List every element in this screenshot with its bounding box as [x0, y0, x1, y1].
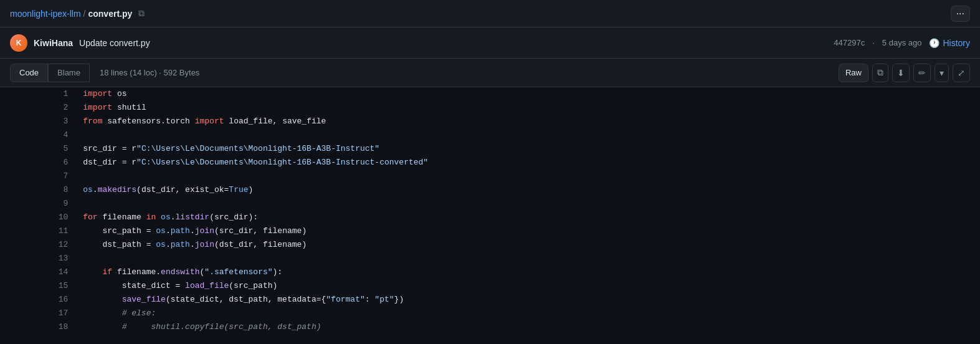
copy-raw-button[interactable]: ⧉ [872, 64, 888, 82]
blame-tab[interactable]: Blame [48, 64, 90, 82]
commit-message: Update convert.py [79, 38, 150, 48]
table-row: 13 [0, 252, 980, 265]
line-code: from safetensors.torch import load_file,… [78, 115, 980, 128]
download-button[interactable]: ⬇ [892, 64, 910, 82]
line-number: 11 [0, 224, 78, 238]
line-number: 10 [0, 211, 78, 224]
expand-button[interactable]: ⤢ [953, 64, 970, 82]
table-row: 2import shutil [0, 101, 980, 115]
table-row: 8os.makedirs(dst_dir, exist_ok=True) [0, 183, 980, 197]
table-row: 1import os [0, 87, 980, 101]
commit-bar: K KiwiHana Update convert.py 447297c · 5… [0, 27, 980, 59]
line-code [78, 128, 980, 142]
repo-link[interactable]: moonlight-ipex-llm [10, 9, 81, 19]
line-code: # else: [78, 307, 980, 320]
line-code: # shutil.copyfile(src_path, dst_path) [78, 320, 980, 334]
line-code: if filename.endswith(".safetensors"): [78, 265, 980, 279]
line-number: 18 [0, 320, 78, 334]
table-row: 18 # shutil.copyfile(src_path, dst_path) [0, 320, 980, 334]
line-number: 7 [0, 170, 78, 183]
commit-hash[interactable]: 447297c [834, 38, 865, 47]
clock-icon: 🕐 [929, 38, 940, 48]
line-number: 5 [0, 142, 78, 156]
commit-time-ago: 5 days ago [882, 38, 922, 47]
line-code [78, 197, 980, 211]
line-number: 13 [0, 252, 78, 265]
file-meta: 18 lines (14 loc) · 592 Bytes [100, 68, 199, 77]
line-code [78, 252, 980, 265]
file-toolbar-right: Raw ⧉ ⬇ ✏ ▾ ⤢ [839, 64, 970, 82]
code-area: 1import os2import shutil3from safetensor… [0, 87, 980, 334]
history-label: History [943, 38, 970, 48]
file-toolbar-left: Code Blame 18 lines (14 loc) · 592 Bytes [10, 64, 199, 82]
table-row: 12 dst_path = os.path.join(dst_dir, file… [0, 238, 980, 252]
table-row: 17 # else: [0, 307, 980, 320]
line-number: 2 [0, 101, 78, 115]
line-number: 3 [0, 115, 78, 128]
history-button[interactable]: 🕐 History [929, 38, 970, 48]
commit-info: K KiwiHana Update convert.py [10, 34, 150, 52]
line-code: for filename in os.listdir(src_dir): [78, 211, 980, 224]
table-row: 14 if filename.endswith(".safetensors"): [0, 265, 980, 279]
line-number: 9 [0, 197, 78, 211]
line-number: 16 [0, 293, 78, 307]
line-number: 15 [0, 279, 78, 293]
code-table: 1import os2import shutil3from safetensor… [0, 87, 980, 334]
commit-meta: 447297c · 5 days ago 🕐 History [834, 38, 970, 48]
breadcrumb: moonlight-ipex-llm / convert.py ⧉ [10, 8, 145, 19]
breadcrumb-sep: / [83, 9, 86, 19]
table-row: 6dst_dir = r"C:\Users\Le\Documents\Moonl… [0, 156, 980, 170]
line-number: 8 [0, 183, 78, 197]
line-code: dst_path = os.path.join(dst_dir, filenam… [78, 238, 980, 252]
commit-author[interactable]: KiwiHana [34, 38, 73, 48]
commit-time: · [872, 38, 875, 47]
more-options-button[interactable]: ··· [951, 6, 970, 22]
line-code: import os [78, 87, 980, 101]
line-code: dst_dir = r"C:\Users\Le\Documents\Moonli… [78, 156, 980, 170]
edit-dropdown-button[interactable]: ▾ [935, 64, 949, 82]
line-number: 4 [0, 128, 78, 142]
table-row: 7 [0, 170, 980, 183]
line-code: src_path = os.path.join(src_dir, filenam… [78, 224, 980, 238]
line-code: os.makedirs(dst_dir, exist_ok=True) [78, 183, 980, 197]
edit-button[interactable]: ✏ [913, 64, 931, 82]
top-bar: moonlight-ipex-llm / convert.py ⧉ ··· [0, 0, 980, 27]
table-row: 16 save_file(state_dict, dst_path, metad… [0, 293, 980, 307]
table-row: 3from safetensors.torch import load_file… [0, 115, 980, 128]
line-number: 17 [0, 307, 78, 320]
table-row: 4 [0, 128, 980, 142]
breadcrumb-file: convert.py [88, 9, 132, 19]
raw-button[interactable]: Raw [839, 64, 868, 82]
copy-path-icon[interactable]: ⧉ [138, 8, 145, 19]
avatar: K [10, 34, 27, 52]
file-toolbar: Code Blame 18 lines (14 loc) · 592 Bytes… [0, 59, 980, 87]
table-row: 15 state_dict = load_file(src_path) [0, 279, 980, 293]
line-number: 14 [0, 265, 78, 279]
line-code: save_file(state_dict, dst_path, metadata… [78, 293, 980, 307]
table-row: 9 [0, 197, 980, 211]
table-row: 11 src_path = os.path.join(src_dir, file… [0, 224, 980, 238]
line-number: 6 [0, 156, 78, 170]
line-code: import shutil [78, 101, 980, 115]
code-tab[interactable]: Code [10, 64, 48, 82]
line-code: state_dict = load_file(src_path) [78, 279, 980, 293]
table-row: 5src_dir = r"C:\Users\Le\Documents\Moonl… [0, 142, 980, 156]
line-code [78, 170, 980, 183]
table-row: 10for filename in os.listdir(src_dir): [0, 211, 980, 224]
line-number: 1 [0, 87, 78, 101]
line-number: 12 [0, 238, 78, 252]
line-code: src_dir = r"C:\Users\Le\Documents\Moonli… [78, 142, 980, 156]
